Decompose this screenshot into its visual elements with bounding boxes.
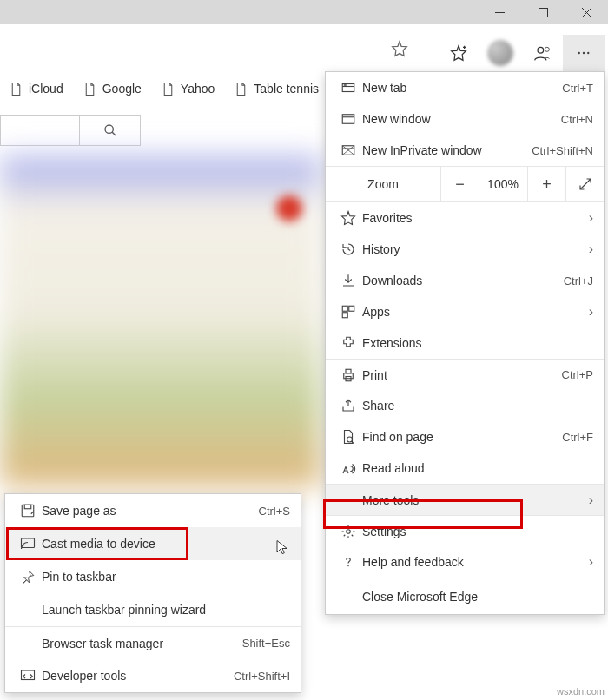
menu-label: Cast media to device bbox=[40, 537, 290, 551]
svg-point-23 bbox=[347, 565, 349, 567]
menu-label: Close Microsoft Edge bbox=[360, 590, 593, 604]
new-window-item[interactable]: New window Ctrl+N bbox=[326, 103, 604, 135]
close-edge-item[interactable]: Close Microsoft Edge bbox=[326, 578, 604, 614]
menu-label: Help and feedback bbox=[360, 555, 583, 569]
svg-rect-19 bbox=[346, 369, 351, 373]
history-icon bbox=[336, 241, 360, 257]
menu-label: New InPrivate window bbox=[360, 143, 532, 157]
menu-shortcut: Ctrl+F bbox=[562, 431, 593, 444]
cast-icon bbox=[16, 536, 40, 551]
chevron-right-icon: › bbox=[583, 241, 593, 257]
launch-wizard-item[interactable]: Launch taskbar pinning wizard bbox=[5, 593, 301, 626]
svg-rect-0 bbox=[539, 8, 547, 17]
menu-label: Pin to taskbar bbox=[40, 570, 290, 584]
settings-item[interactable]: Settings bbox=[326, 515, 604, 546]
find-icon bbox=[336, 429, 360, 445]
bookmark-label: iCloud bbox=[29, 82, 63, 96]
zoom-label: Zoom bbox=[326, 177, 440, 191]
menu-label: History bbox=[360, 242, 583, 256]
downloads-item[interactable]: Downloads Ctrl+J bbox=[326, 265, 604, 296]
menu-shortcut: Ctrl+P bbox=[562, 368, 593, 381]
gear-icon bbox=[336, 524, 360, 539]
chevron-right-icon: › bbox=[583, 554, 593, 570]
page-content-blur bbox=[276, 195, 302, 221]
zoom-out-button[interactable]: − bbox=[440, 166, 479, 202]
cast-media-item[interactable]: Cast media to device bbox=[5, 527, 301, 560]
svg-rect-17 bbox=[342, 313, 347, 318]
apps-item[interactable]: Apps › bbox=[326, 296, 604, 327]
bookmark-item[interactable]: Google bbox=[83, 82, 142, 96]
svg-point-3 bbox=[578, 52, 580, 54]
star-icon bbox=[336, 210, 360, 226]
find-item[interactable]: Find on page Ctrl+F bbox=[326, 421, 604, 452]
share-icon bbox=[336, 398, 360, 413]
star-icon[interactable] bbox=[391, 40, 408, 60]
menu-shortcut: Ctrl+Shift+N bbox=[532, 144, 593, 157]
print-icon bbox=[336, 367, 360, 383]
extensions-item[interactable]: Extensions bbox=[326, 327, 604, 359]
pin-taskbar-item[interactable]: Pin to taskbar bbox=[5, 560, 301, 593]
save-page-as-item[interactable]: Save page as Ctrl+S bbox=[5, 494, 301, 527]
zoom-in-button[interactable]: + bbox=[527, 166, 565, 202]
page-content-blur bbox=[0, 156, 321, 486]
search-input[interactable] bbox=[1, 116, 79, 145]
history-item[interactable]: History › bbox=[326, 234, 604, 265]
chevron-right-icon: › bbox=[583, 210, 593, 226]
favorites-item[interactable]: Favorites › bbox=[326, 202, 604, 234]
menu-label: More tools bbox=[360, 493, 583, 507]
print-item[interactable]: Print Ctrl+P bbox=[326, 359, 604, 390]
watermark: wsxdn.com bbox=[557, 686, 605, 697]
svg-rect-7 bbox=[22, 505, 34, 517]
maximize-button[interactable] bbox=[521, 0, 565, 24]
menu-label: Browser task manager bbox=[40, 637, 242, 650]
menu-shortcut: Ctrl+T bbox=[562, 82, 593, 95]
bookmark-item[interactable]: Table tennis bbox=[234, 82, 319, 96]
menu-label: New tab bbox=[360, 81, 562, 95]
close-button[interactable] bbox=[565, 0, 608, 24]
more-tools-item[interactable]: More tools › bbox=[326, 484, 604, 515]
more-button[interactable] bbox=[563, 35, 605, 71]
menu-label: Downloads bbox=[360, 274, 564, 287]
download-icon bbox=[336, 273, 360, 288]
read-aloud-icon bbox=[336, 460, 360, 476]
chevron-right-icon: › bbox=[583, 304, 593, 320]
inprivate-icon bbox=[336, 142, 360, 158]
new-tab-item[interactable]: New tab Ctrl+T bbox=[326, 72, 604, 103]
bookmarks-bar: iCloud Google Yahoo Table tennis bbox=[9, 75, 319, 102]
menu-shortcut: Ctrl+N bbox=[561, 113, 593, 126]
inprivate-item[interactable]: New InPrivate window Ctrl+Shift+N bbox=[326, 135, 604, 166]
menu-label: Favorites bbox=[360, 211, 583, 225]
svg-point-2 bbox=[545, 47, 549, 51]
task-manager-item[interactable]: Browser task manager Shift+Esc bbox=[5, 626, 301, 659]
search-box bbox=[0, 115, 141, 146]
menu-shortcut: Ctrl+J bbox=[564, 274, 593, 287]
svg-point-4 bbox=[583, 52, 585, 54]
bookmark-item[interactable]: iCloud bbox=[9, 82, 63, 96]
menu-shortcut: Shift+Esc bbox=[242, 637, 290, 650]
bookmark-item[interactable]: Yahoo bbox=[161, 82, 215, 96]
read-aloud-item[interactable]: Read aloud bbox=[326, 452, 604, 484]
svg-rect-18 bbox=[344, 373, 354, 378]
fullscreen-button[interactable] bbox=[565, 166, 604, 202]
help-item[interactable]: Help and feedback › bbox=[326, 546, 604, 578]
svg-rect-10 bbox=[22, 670, 35, 680]
profile-button[interactable] bbox=[521, 35, 563, 71]
menu-label: Read aloud bbox=[360, 461, 593, 475]
extensions-icon bbox=[336, 335, 360, 351]
zoom-row: Zoom − 100% + bbox=[326, 166, 604, 202]
menu-label: Save page as bbox=[40, 504, 259, 518]
minimize-button[interactable] bbox=[478, 0, 521, 24]
main-menu: New tab Ctrl+T New window Ctrl+N New InP… bbox=[325, 71, 605, 615]
developer-tools-item[interactable]: Developer tools Ctrl+Shift+I bbox=[5, 659, 301, 692]
toolbar bbox=[438, 35, 605, 71]
avatar[interactable] bbox=[487, 40, 513, 66]
favorites-toolbar-button[interactable] bbox=[438, 35, 479, 71]
apps-icon bbox=[336, 304, 360, 320]
menu-label: Share bbox=[360, 399, 593, 413]
search-button[interactable] bbox=[79, 116, 140, 145]
svg-rect-16 bbox=[349, 306, 354, 311]
svg-point-21 bbox=[347, 437, 353, 442]
window-icon bbox=[336, 111, 360, 127]
svg-rect-13 bbox=[342, 115, 354, 124]
share-item[interactable]: Share bbox=[326, 390, 604, 421]
